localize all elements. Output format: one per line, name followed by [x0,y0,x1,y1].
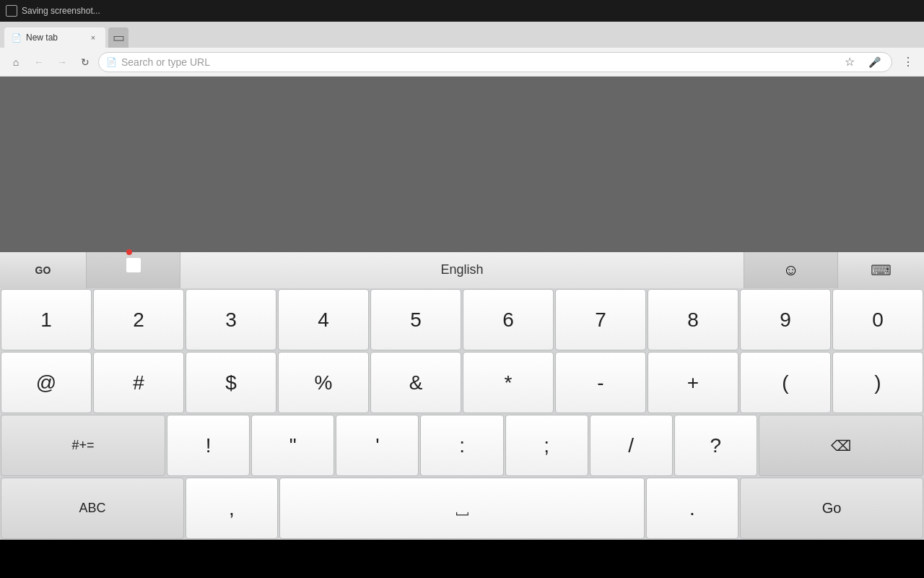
tab-bar: 📄 New tab × ▭ [0,22,924,48]
forward-icon: → [57,56,67,68]
key-slash[interactable]: / [590,415,673,476]
page-icon: 📄 [106,57,117,67]
key-hash-plus-equals[interactable]: #+= [1,415,165,476]
home-icon: ⌂ [13,56,19,68]
address-bar[interactable]: 📄 Search or type URL ☆ 🎤 [98,52,892,72]
key-quote[interactable]: " [251,415,334,476]
bottom-row: ABC , ⎵ . Go [0,477,924,540]
key-5[interactable]: 5 [370,289,461,350]
key-apostrophe[interactable]: ' [336,415,419,476]
special-row: #+= ! " ' : ; / ? ⌫ [0,414,924,477]
lang-bar-center: English ☺ [87,252,837,288]
keyboard-area: GO English ☺ ⌨ 1 2 3 4 5 6 7 8 9 0 @ [0,252,924,540]
key-period[interactable]: . [646,478,738,539]
back-icon: ← [34,56,44,68]
key-asterisk[interactable]: * [463,352,554,413]
address-placeholder: Search or type URL [121,56,210,68]
lang-bar: GO English ☺ ⌨ [0,252,924,288]
key-dollar[interactable]: $ [186,352,276,413]
reload-icon: ↻ [81,56,90,68]
bookmark-button[interactable]: ☆ [840,52,860,72]
tab-page-icon: 📄 [12,33,22,43]
key-6[interactable]: 6 [463,289,554,350]
key-exclaim[interactable]: ! [167,415,250,476]
keyboard-icon: ⌨ [871,262,892,279]
back-button[interactable]: ← [29,52,49,72]
go-bar-label: GO [35,264,51,276]
key-minus[interactable]: - [555,352,646,413]
address-bar-right: ☆ 🎤 [840,52,884,72]
lang-tab-main[interactable]: English [180,252,744,288]
tab-label: New tab [26,33,58,43]
key-7[interactable]: 7 [555,289,646,350]
lang-indicator [126,249,132,255]
key-semicolon[interactable]: ; [505,415,588,476]
new-tab-button[interactable]: ▭ [108,27,128,48]
emoji-icon: ☺ [783,261,798,280]
key-space[interactable]: ⎵ [279,478,645,539]
key-1[interactable]: 1 [1,289,92,350]
app-icon [6,5,17,17]
key-plus[interactable]: + [648,352,738,413]
lang-tab-left[interactable] [87,252,180,288]
key-4[interactable]: 4 [278,289,369,350]
key-abc[interactable]: ABC [1,478,184,539]
go-bar-button[interactable]: GO [0,252,87,288]
key-at[interactable]: @ [1,352,92,413]
key-hash[interactable]: # [93,352,184,413]
key-colon[interactable]: : [420,415,503,476]
key-ampersand[interactable]: & [370,352,461,413]
browser-tab[interactable]: 📄 New tab × [4,27,105,48]
lang-label: English [440,262,483,277]
key-open-paren[interactable]: ( [740,352,831,413]
mic-icon: 🎤 [868,56,881,68]
key-question[interactable]: ? [674,415,757,476]
title-bar-text: Saving screenshot... [22,6,100,16]
menu-button[interactable]: ⋮ [898,52,918,72]
tab-close-icon[interactable]: × [88,33,98,43]
backspace-icon: ⌫ [831,437,851,454]
title-bar: Saving screenshot... [0,0,924,22]
key-2[interactable]: 2 [93,289,184,350]
number-row: 1 2 3 4 5 6 7 8 9 0 [0,288,924,351]
content-area [0,77,924,252]
nav-bar: ⌂ ← → ↻ 📄 Search or type URL ☆ 🎤 ⋮ [0,48,924,77]
symbol-row: @ # $ % & * - + ( ) [0,351,924,414]
key-close-paren[interactable]: ) [832,352,923,413]
key-0[interactable]: 0 [832,289,923,350]
key-9[interactable]: 9 [740,289,831,350]
key-go[interactable]: Go [740,478,923,539]
reload-button[interactable]: ↻ [75,52,95,72]
space-icon: ⎵ [456,497,468,520]
bookmark-icon: ☆ [845,55,855,69]
key-percent[interactable]: % [278,352,369,413]
key-8[interactable]: 8 [648,289,738,350]
key-comma[interactable]: , [186,478,278,539]
forward-button[interactable]: → [52,52,72,72]
menu-icon: ⋮ [902,55,914,69]
mic-button[interactable]: 🎤 [864,52,884,72]
keyboard-toggle-button[interactable]: ⌨ [837,252,924,288]
emoji-button[interactable]: ☺ [744,252,837,288]
key-backspace[interactable]: ⌫ [759,415,923,476]
home-button[interactable]: ⌂ [6,52,26,72]
key-3[interactable]: 3 [186,289,276,350]
